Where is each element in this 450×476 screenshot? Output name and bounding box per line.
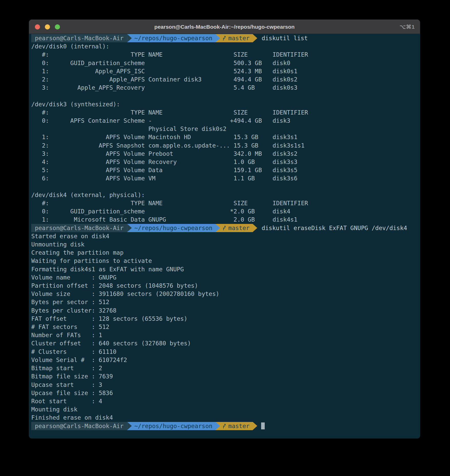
git-branch-label: master <box>228 224 250 232</box>
prompt-user-host: pearson@Carls-MacBook-Air <box>31 224 127 232</box>
powerline-arrow-icon <box>216 224 220 232</box>
command-text-diskutil-erase: diskutil eraseDisk ExFAT GNUPG /dev/disk… <box>262 224 407 232</box>
command-text-diskutil-list: diskutil list <box>262 34 308 42</box>
powerline-arrow-icon <box>253 34 257 42</box>
prompt-user-host: pearson@Carls-MacBook-Air <box>31 422 127 430</box>
traffic-lights <box>29 24 60 29</box>
git-branch-label: master <box>228 422 250 430</box>
shell-prompt-2: pearson@Carls-MacBook-Air ~/repos/hugo-c… <box>31 224 420 232</box>
git-branch-label: master <box>228 34 250 42</box>
prompt-directory: ~/repos/hugo-cwpearson <box>132 224 216 232</box>
powerline-arrow-icon <box>253 422 257 430</box>
minimize-button[interactable] <box>45 24 50 29</box>
zoom-button[interactable] <box>55 24 60 29</box>
prompt-directory: ~/repos/hugo-cwpearson <box>132 34 216 42</box>
terminal-window: pearson@Carls-MacBook-Air:~/repos/hugo-c… <box>29 20 420 438</box>
terminal-content[interactable]: pearson@Carls-MacBook-Air ~/repos/hugo-c… <box>29 34 420 438</box>
prompt-git-segment: master <box>220 422 253 430</box>
powerline-arrow-icon <box>127 422 132 430</box>
powerline-arrow-icon <box>216 34 220 42</box>
titlebar[interactable]: pearson@Carls-MacBook-Air:~/repos/hugo-c… <box>29 20 420 34</box>
terminal-cursor[interactable] <box>261 422 265 429</box>
shell-prompt-3: pearson@Carls-MacBook-Air ~/repos/hugo-c… <box>31 422 420 430</box>
git-branch-icon <box>222 225 226 231</box>
powerline-arrow-icon <box>216 422 220 430</box>
git-branch-icon <box>222 423 226 429</box>
prompt-user-host: pearson@Carls-MacBook-Air <box>31 34 127 42</box>
window-title: pearson@Carls-MacBook-Air:~/repos/hugo-c… <box>29 24 420 30</box>
close-button[interactable] <box>35 24 40 29</box>
diskutil-erase-output: Started erase on disk4 Unmounting disk C… <box>31 232 420 422</box>
diskutil-list-output: /dev/disk0 (internal): #: TYPE NAME SIZE… <box>31 42 420 224</box>
prompt-directory: ~/repos/hugo-cwpearson <box>132 422 216 430</box>
window-shortcut-hint: ⌥⌘1 <box>400 24 420 30</box>
prompt-git-segment: master <box>220 34 253 42</box>
powerline-arrow-icon <box>127 34 132 42</box>
powerline-arrow-icon <box>127 224 132 232</box>
prompt-git-segment: master <box>220 224 253 232</box>
powerline-arrow-icon <box>253 224 257 232</box>
shell-prompt-1: pearson@Carls-MacBook-Air ~/repos/hugo-c… <box>31 34 420 42</box>
git-branch-icon <box>222 35 226 41</box>
